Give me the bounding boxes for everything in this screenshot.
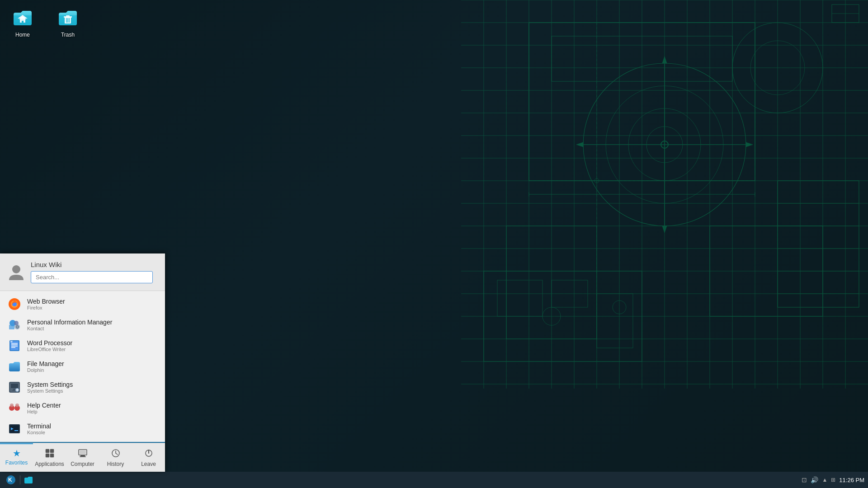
desktop-icons: Home Trash <box>5 5 86 41</box>
app-item-file-manager[interactable]: File Manager Dolphin <box>0 356 165 377</box>
taskbar-separator <box>20 475 20 484</box>
app-item-web-browser[interactable]: Web Browser Firefox <box>0 294 165 314</box>
svg-rect-85 <box>9 325 14 329</box>
dolphin-icon <box>7 359 22 374</box>
taskbar-file-manager[interactable] <box>22 474 35 486</box>
desktop-icon-home[interactable]: Home <box>5 5 41 41</box>
svg-marker-48 <box>576 142 583 147</box>
svg-rect-66 <box>778 181 859 307</box>
trash-icon-label: Trash <box>61 32 75 38</box>
svg-rect-61 <box>497 280 542 316</box>
start-button[interactable]: K <box>4 473 18 487</box>
terminal-icon <box>7 422 22 436</box>
app-name-help-center: Help Center <box>27 402 61 409</box>
app-subtitle-help-center: Help <box>27 409 61 414</box>
app-item-terminal[interactable]: Terminal Konsole <box>0 418 165 439</box>
home-folder-icon <box>12 7 33 29</box>
tab-computer-label: Computer <box>71 461 94 467</box>
taskbar-clock: 11:26 PM <box>839 477 864 483</box>
app-name-word-processor: Word Processor <box>27 339 72 347</box>
svg-text:⚙: ⚙ <box>15 324 19 329</box>
libreoffice-writer-icon: W <box>7 338 22 353</box>
taskbar-fm-icon <box>24 475 33 485</box>
system-settings-icon <box>7 380 22 394</box>
battery-icon[interactable]: ▲ <box>822 477 827 483</box>
svg-rect-116 <box>80 456 86 457</box>
user-name: Linux Wiki <box>31 261 158 268</box>
start-menu: Linux Wiki Web Browser Firefox <box>0 253 165 472</box>
app-subtitle-personal-info: Kontact <box>27 326 112 331</box>
leave-icon <box>144 449 153 459</box>
app-item-system-settings[interactable]: System Settings System Settings <box>0 377 165 398</box>
svg-point-104 <box>10 404 14 407</box>
trash-folder-icon <box>57 7 79 29</box>
help-center-icon <box>7 401 22 415</box>
app-name-personal-info: Personal Information Manager <box>27 319 112 326</box>
svg-marker-50 <box>662 226 667 233</box>
svg-rect-111 <box>50 449 54 453</box>
svg-rect-63 <box>597 294 633 348</box>
app-item-personal-info[interactable]: ⚙ Personal Information Manager Kontact <box>0 314 165 335</box>
app-name-file-manager: File Manager <box>27 360 64 367</box>
svg-rect-113 <box>50 454 54 457</box>
menu-bottom-tabs: ★ Favorites Applications <box>0 443 165 472</box>
tab-applications-label: Applications <box>35 461 64 467</box>
svg-rect-115 <box>80 455 85 456</box>
tab-favorites[interactable]: ★ Favorites <box>0 443 33 472</box>
app-name-web-browser: Web Browser <box>27 298 65 305</box>
screen-icon[interactable]: ⊡ <box>802 476 807 483</box>
computer-icon <box>78 449 87 459</box>
app-name-system-settings: System Settings <box>27 381 73 388</box>
tab-history[interactable]: History <box>99 443 132 472</box>
history-icon <box>111 449 120 459</box>
tab-computer[interactable]: Computer <box>66 443 99 472</box>
svg-marker-49 <box>662 56 667 63</box>
desktop: Home Trash <box>0 0 868 488</box>
svg-line-120 <box>116 453 118 455</box>
app-subtitle-system-settings: System Settings <box>27 388 73 394</box>
app-subtitle-terminal: Konsole <box>27 430 51 435</box>
svg-marker-47 <box>746 142 753 147</box>
svg-point-105 <box>15 404 19 407</box>
app-item-help-center[interactable]: Help Center Help <box>0 398 165 418</box>
svg-point-80 <box>12 265 20 273</box>
tab-leave-label: Leave <box>141 461 156 467</box>
svg-text:K: K <box>8 477 12 483</box>
firefox-icon <box>7 297 22 311</box>
svg-text:W: W <box>10 340 13 343</box>
taskbar: K ⊡ 🔊 ▲ ⊞ 11:26 PM <box>0 472 868 488</box>
svg-rect-76 <box>66 15 70 17</box>
blueprint-background <box>461 0 868 389</box>
app-list: Web Browser Firefox ⚙ P <box>0 291 165 442</box>
applications-icon <box>45 449 54 459</box>
kde-logo-icon: K <box>6 475 16 485</box>
system-tray: ⊡ 🔊 ▲ ⊞ 11:26 PM <box>802 476 864 483</box>
menu-header: Linux Wiki <box>0 253 165 291</box>
desktop-icon-trash[interactable]: Trash <box>50 5 86 41</box>
network-icon[interactable]: ⊞ <box>831 477 835 483</box>
svg-rect-98 <box>11 384 18 388</box>
volume-icon[interactable]: 🔊 <box>811 476 818 483</box>
app-name-terminal: Terminal <box>27 422 51 430</box>
kontact-icon: ⚙ <box>7 318 22 332</box>
app-subtitle-word-processor: LibreOffice Writer <box>27 347 72 352</box>
user-avatar-icon <box>7 263 25 281</box>
app-item-word-processor[interactable]: W Word Processor LibreOffice Writer <box>0 335 165 356</box>
tab-leave[interactable]: Leave <box>132 443 165 472</box>
home-icon-label: Home <box>15 32 30 38</box>
svg-rect-117 <box>80 450 86 454</box>
svg-rect-112 <box>46 454 49 457</box>
app-subtitle-web-browser: Firefox <box>27 305 65 310</box>
svg-rect-110 <box>46 449 49 453</box>
tab-favorites-label: Favorites <box>5 460 28 466</box>
app-subtitle-file-manager: Dolphin <box>27 367 64 373</box>
tab-applications[interactable]: Applications <box>33 443 66 472</box>
tab-history-label: History <box>107 461 124 467</box>
favorites-icon: ★ <box>13 449 21 458</box>
search-input[interactable] <box>31 271 153 283</box>
